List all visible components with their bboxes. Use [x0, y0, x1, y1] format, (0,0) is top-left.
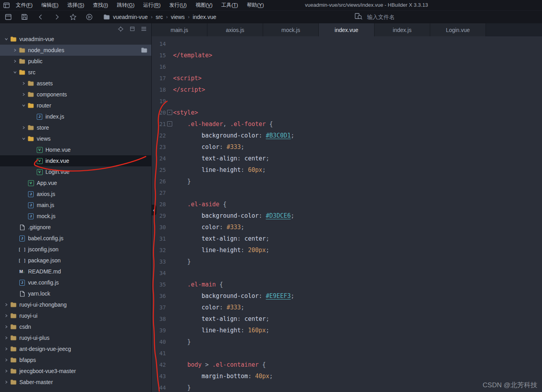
sidebar-collapse-handle[interactable]: ‹ — [151, 205, 156, 215]
menu-item-2[interactable]: 编辑(E) — [37, 2, 63, 9]
tree-item-src[interactable]: src — [0, 67, 151, 78]
code-line-26[interactable]: 26 } — [152, 175, 542, 187]
tree-item-ant-design-vue-jeecg[interactable]: ant-design-vue-jeecg — [0, 343, 151, 354]
menu-item-7[interactable]: 发行(U) — [165, 2, 191, 9]
tree-item-main.js[interactable]: Jmain.js — [0, 200, 151, 211]
tree-item-assets[interactable]: assets — [0, 78, 151, 89]
chevron-closed-icon[interactable] — [12, 60, 18, 63]
code-line-36[interactable]: 36 background-color: #E9EEF3; — [152, 290, 542, 302]
fold-marker[interactable]: - — [166, 110, 173, 115]
code-line-24[interactable]: 24 text-align: center; — [152, 153, 542, 164]
code-line-28[interactable]: 28 .el-aside { — [152, 198, 542, 210]
menu-item-6[interactable]: 运行(R) — [139, 2, 165, 9]
tree-item-jsconfig.json[interactable]: [ ]jsconfig.json — [0, 244, 151, 255]
tree-item-router[interactable]: router — [0, 100, 151, 111]
breadcrumb-item-vueadmin-vue[interactable]: vueadmin-vue — [113, 14, 148, 20]
chevron-closed-icon[interactable] — [3, 303, 9, 306]
menu-item-3[interactable]: 选择(S) — [63, 2, 88, 9]
tab-index.js[interactable]: index.js — [375, 23, 430, 36]
tree-item-axios.js[interactable]: Jaxios.js — [0, 188, 151, 200]
code-line-39[interactable]: 39 line-height: 160px; — [152, 324, 542, 336]
search-icon[interactable] — [354, 13, 363, 22]
menu-item-1[interactable]: 文件(F) — [11, 2, 37, 9]
tree-item-bfapps[interactable]: bfapps — [0, 354, 151, 366]
chevron-closed-icon[interactable] — [3, 336, 9, 339]
tree-item-ruoyi-ui-zhongbang[interactable]: ruoyi-ui-zhongbang — [0, 299, 151, 310]
fold-marker[interactable]: - — [166, 121, 173, 126]
chevron-closed-icon[interactable] — [3, 369, 9, 373]
tree-item-README.md[interactable]: M↓README.md — [0, 266, 151, 277]
code-line-22[interactable]: 22 background-color: #B3C0D1; — [152, 130, 542, 141]
code-line-27[interactable]: 27 — [152, 187, 542, 198]
breadcrumb-item-src[interactable]: src — [156, 14, 163, 20]
menu-item-8[interactable]: 视图(V) — [191, 2, 217, 9]
tree-item-vueadmin-vue[interactable]: vueadmin-vue — [0, 34, 151, 45]
code-line-19[interactable]: 19 — [152, 95, 542, 107]
code-line-17[interactable]: 17<script> — [152, 72, 542, 84]
tab-mock.js[interactable]: mock.js — [263, 23, 319, 36]
tree-item-csdn[interactable]: csdn — [0, 321, 151, 332]
chevron-closed-icon[interactable] — [21, 93, 27, 96]
back-icon[interactable] — [32, 14, 49, 20]
chevron-closed-icon[interactable] — [3, 358, 9, 362]
code-line-42[interactable]: 42 body > .el-container { — [152, 359, 542, 370]
tree-item-vue.config.js[interactable]: Jvue.config.js — [0, 277, 151, 288]
tab-main.js[interactable]: main.js — [152, 23, 207, 36]
code-line-20[interactable]: 20-<style> — [152, 107, 542, 118]
tree-item-babel.config.js[interactable]: Jbabel.config.js — [0, 233, 151, 244]
save-icon[interactable] — [16, 13, 32, 21]
tree-item-jeecgboot-vue3-master[interactable]: jeecgboot-vue3-master — [0, 366, 151, 377]
tree-item-node_modules[interactable]: node_modules — [0, 45, 151, 56]
chevron-open-icon[interactable] — [22, 102, 25, 109]
code-line-18[interactable]: 18</script> — [152, 84, 542, 95]
tree-item-Login.vue[interactable]: VLogin.vue — [0, 166, 151, 177]
chevron-open-icon[interactable] — [13, 69, 17, 75]
chevron-closed-icon[interactable] — [3, 325, 9, 328]
chevron-closed-icon[interactable] — [3, 347, 9, 351]
tab-Login.vue[interactable]: Login.vue — [430, 23, 486, 36]
chevron-closed-icon[interactable] — [21, 82, 27, 85]
tree-item-components[interactable]: components — [0, 89, 151, 100]
tree-item-mock.js[interactable]: Jmock.js — [0, 211, 151, 222]
code-line-31[interactable]: 31 text-align: center; — [152, 233, 542, 244]
tree-item-Home.vue[interactable]: VHome.vue — [0, 144, 151, 155]
tree-item-.gitignore[interactable]: .gitignore — [0, 222, 151, 233]
code-line-33[interactable]: 33 } — [152, 256, 542, 267]
tree-item-ruoyi-ui-plus[interactable]: ruoyi-ui-plus — [0, 332, 151, 343]
tree-item-package.json[interactable]: [ ]package.json — [0, 255, 151, 266]
code-line-37[interactable]: 37 color: #333; — [152, 302, 542, 313]
code-line-30[interactable]: 30 color: #333; — [152, 221, 542, 233]
new-file-icon[interactable] — [0, 13, 16, 21]
tree-item-views[interactable]: views — [0, 133, 151, 144]
code-line-40[interactable]: 40 } — [152, 336, 542, 347]
menu-item-4[interactable]: 查找(I) — [88, 2, 112, 9]
code-line-29[interactable]: 29 background-color: #D3DCE6; — [152, 210, 542, 221]
chevron-open-icon[interactable] — [22, 136, 25, 142]
fold-collapse-icon[interactable]: - — [167, 121, 172, 126]
code-line-15[interactable]: 15</template> — [152, 49, 542, 61]
app-icon[interactable] — [3, 2, 10, 8]
tree-item-Saber-master[interactable]: Saber-master — [0, 377, 151, 388]
menu-item-10[interactable]: 帮助(Y) — [243, 2, 268, 9]
code-line-16[interactable]: 16 — [152, 61, 542, 72]
toggle-view-icon[interactable] — [130, 26, 135, 32]
chevron-open-icon[interactable] — [5, 36, 8, 42]
code-line-25[interactable]: 25 line-height: 60px; — [152, 164, 542, 175]
menu-item-5[interactable]: 跳转(G) — [113, 2, 139, 9]
breadcrumb-item-index.vue[interactable]: index.vue — [193, 14, 216, 20]
tree-item-public[interactable]: public — [0, 56, 151, 67]
chevron-closed-icon[interactable] — [21, 126, 27, 129]
code-line-38[interactable]: 38 text-align: center; — [152, 313, 542, 324]
code-line-21[interactable]: 21- .el-header, .el-footer { — [152, 118, 542, 130]
code-line-14[interactable]: 14 — [152, 38, 542, 49]
chevron-closed-icon[interactable] — [12, 49, 18, 52]
favorite-icon[interactable] — [65, 13, 81, 21]
menu-item-9[interactable]: 工具(T) — [217, 2, 243, 9]
tree-item-index.vue[interactable]: Vindex.vue — [0, 155, 151, 166]
panel-menu-icon[interactable] — [141, 26, 147, 31]
run-icon[interactable] — [81, 13, 97, 21]
locate-file-icon[interactable] — [118, 26, 124, 32]
tab-index.vue[interactable]: index.vue — [319, 23, 375, 36]
code-line-43[interactable]: 43 margin-bottom: 40px; — [152, 370, 542, 382]
tree-item-yarn.lock[interactable]: yarn.lock — [0, 288, 151, 299]
